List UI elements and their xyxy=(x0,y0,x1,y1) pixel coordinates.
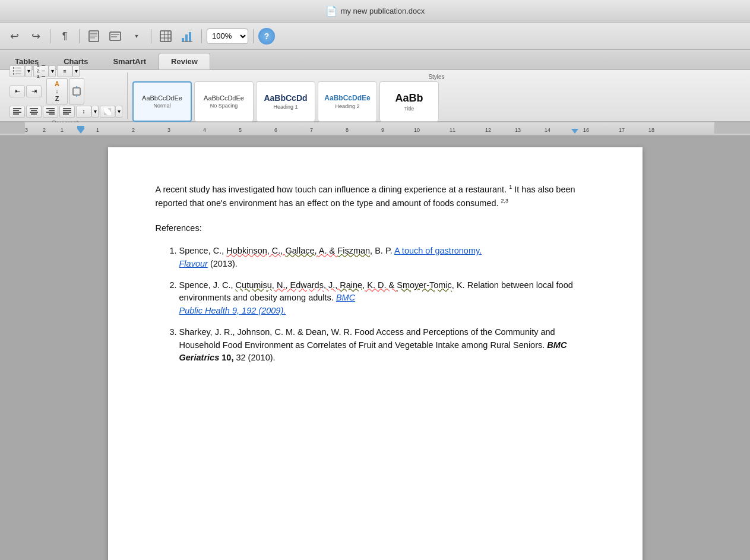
style-heading2[interactable]: AaBbCcDdEe Heading 2 xyxy=(318,81,377,122)
reference-3: Sharkey, J. R., Johnson, C. M. & Dean, W… xyxy=(179,326,595,365)
align-left-button[interactable] xyxy=(10,106,25,118)
style-normal[interactable]: AaBbCcDdEe Normal xyxy=(132,81,192,122)
reference-list: Spence, C., Hobkinson, C., Gallace, A. &… xyxy=(156,245,595,365)
style-no-spacing[interactable]: AaBbCcDdEe No Spacing xyxy=(194,81,254,122)
paragraph-mark-button[interactable]: ¶ xyxy=(55,28,74,45)
ruler-num-18: 18 xyxy=(648,127,654,133)
bullet-list-group: ▾ xyxy=(10,65,32,77)
align-left-icon xyxy=(13,108,21,115)
ruler-num-2: 2 xyxy=(132,127,135,133)
undo-button[interactable]: ↩ xyxy=(5,28,24,45)
ruler-right-margin xyxy=(714,122,750,134)
number-list-group: 1. 2. 3. ▾ xyxy=(33,65,56,77)
multilevel-list-dropdown[interactable]: ▾ xyxy=(72,65,80,77)
chart-button[interactable] xyxy=(178,28,197,45)
document-icon: 📄 xyxy=(325,5,337,17)
ruler-num-10: 10 xyxy=(414,127,420,133)
ruler-num-neg3: 3 xyxy=(25,127,28,133)
view-dropdown-button[interactable]: ▼ xyxy=(127,28,146,45)
style-heading2-name: Heading 2 xyxy=(335,103,359,109)
shading-group: ▾ xyxy=(100,106,122,118)
list-buttons-row: ▾ 1. 2. 3. ▾ ≡ ▾ xyxy=(10,65,122,77)
insert-table-button[interactable] xyxy=(156,28,175,45)
line-spacing-dropdown[interactable]: ▾ xyxy=(91,106,99,118)
line-spacing-button[interactable]: ↕ xyxy=(76,106,91,118)
ruler-num-9: 9 xyxy=(381,127,384,133)
styles-list: AaBbCcDdEe Normal AaBbCcDdEe No Spacing … xyxy=(132,81,740,122)
align-center-button[interactable] xyxy=(26,106,42,118)
styles-group: Styles AaBbCcDdEe Normal AaBbCcDdEe No S… xyxy=(128,72,745,119)
style-heading1-preview: AaBbCcDd xyxy=(259,93,312,103)
footnote-2: 2,3 xyxy=(501,198,509,204)
ruler-num-1: 1 xyxy=(96,127,99,133)
ruler-content: 3 2 1 1 2 3 4 5 6 7 8 9 10 11 12 13 14 1… xyxy=(0,122,750,134)
right-margin-marker[interactable] xyxy=(571,129,578,134)
ruler: 3 2 1 1 2 3 4 5 6 7 8 9 10 11 12 13 14 1… xyxy=(0,122,750,135)
reference-1: Spence, C., Hobkinson, C., Gallace, A. &… xyxy=(179,245,595,271)
help-button[interactable]: ? xyxy=(258,28,275,45)
ref2-authors-underline: Cutumisu, N., Edwards, J., Raine, K. D. … xyxy=(236,280,454,290)
svg-rect-3 xyxy=(90,37,95,39)
separator-1 xyxy=(50,29,50,43)
ruler-num-12: 12 xyxy=(485,127,491,133)
multilevel-icon: ≡ xyxy=(63,68,66,74)
main-paragraph: A recent study has investigated how touc… xyxy=(156,183,595,210)
indent-decrease-button[interactable]: ⇤ xyxy=(10,86,25,97)
svg-rect-14 xyxy=(189,32,191,42)
svg-rect-12 xyxy=(182,38,184,42)
ruler-num-4: 4 xyxy=(203,127,206,133)
style-title-name: Title xyxy=(404,106,414,112)
svg-rect-13 xyxy=(185,34,188,42)
document-page[interactable]: A recent study has investigated how touc… xyxy=(108,147,643,560)
ref2-text-before: Spence, J. C., xyxy=(179,280,236,290)
justify-button[interactable] xyxy=(59,106,75,118)
tab-review[interactable]: Review xyxy=(159,53,210,69)
ruler-left-margin xyxy=(0,122,25,134)
style-title-preview: AaBb xyxy=(382,92,436,105)
multilevel-list-button[interactable]: ≡ xyxy=(57,65,72,77)
ruler-num-3: 3 xyxy=(167,127,170,133)
separator-4 xyxy=(201,29,202,43)
indent-marker-top[interactable] xyxy=(77,129,84,134)
expand-button[interactable] xyxy=(69,78,84,105)
line-spacing-group: ↕ ▾ xyxy=(76,106,99,118)
ruler-num-14: 14 xyxy=(545,127,550,133)
ruler-num-neg2: 2 xyxy=(43,127,46,133)
separator-5 xyxy=(253,29,254,43)
zoom-select[interactable]: 100% 75% 125% 150% xyxy=(207,29,248,44)
ref3-text-plain: Sharkey, J. R., Johnson, C. M. & Dean, W… xyxy=(179,327,555,350)
ruler-num-5: 5 xyxy=(239,127,242,133)
svg-rect-6 xyxy=(111,36,117,37)
expand-icon xyxy=(72,86,81,97)
indent-increase-button[interactable]: ⇥ xyxy=(26,86,42,97)
svg-rect-1 xyxy=(90,33,97,34)
reference-2: Spence, J. C., Cutumisu, N., Edwards, J.… xyxy=(179,279,595,318)
ref3-text-end: 10, 32 (2010). xyxy=(219,353,275,362)
sort-button[interactable]: A ↓ Z xyxy=(46,78,68,105)
style-title[interactable]: AaBb Title xyxy=(379,81,439,122)
bullet-list-button[interactable] xyxy=(10,65,25,77)
table-icon xyxy=(159,30,172,43)
main-area: A recent study has investigated how touc… xyxy=(0,135,750,560)
number-list-dropdown[interactable]: ▾ xyxy=(49,65,56,77)
number-list-button[interactable]: 1. 2. 3. xyxy=(33,65,49,77)
style-heading1[interactable]: AaBbCcDd Heading 1 xyxy=(256,81,315,122)
print-layout-button[interactable] xyxy=(84,28,103,45)
align-right-icon xyxy=(46,108,55,115)
ref1-authors-underline: Hobkinson, C., Gallace, A. & Fiszman, xyxy=(226,246,372,255)
align-right-button[interactable] xyxy=(43,106,58,118)
redo-button[interactable]: ↪ xyxy=(26,28,45,45)
align-center-icon xyxy=(30,108,38,115)
shading-dropdown[interactable]: ▾ xyxy=(115,106,122,118)
ref1-text-before: Spence, C., xyxy=(179,246,227,255)
styles-label: Styles xyxy=(132,74,740,80)
ruler-num-7: 7 xyxy=(310,127,313,133)
bullet-list-dropdown[interactable]: ▾ xyxy=(25,65,32,77)
draft-view-button[interactable] xyxy=(106,28,125,45)
sort-a-label: A xyxy=(55,80,59,87)
separator-2 xyxy=(79,29,80,43)
indent-marker-bottom[interactable] xyxy=(77,126,84,129)
shading-button[interactable] xyxy=(100,106,115,118)
ruler-num-13: 13 xyxy=(515,127,521,133)
draft-view-icon xyxy=(109,30,122,43)
